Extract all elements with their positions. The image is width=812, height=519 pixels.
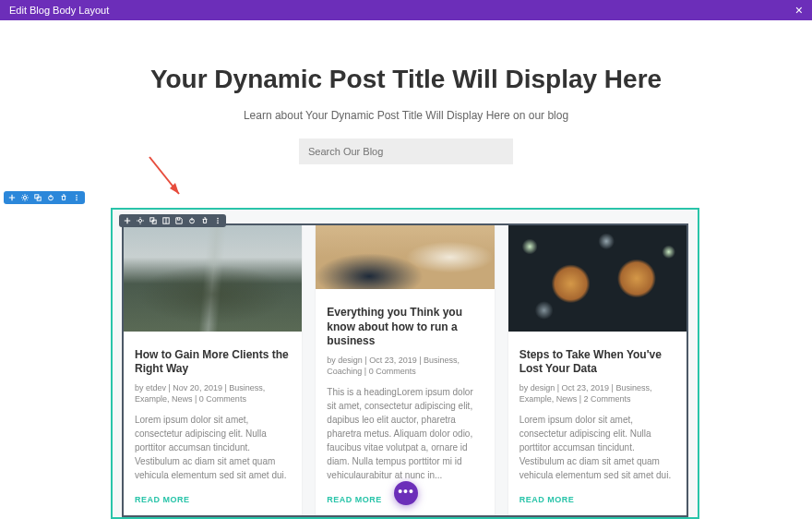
module-toolbar[interactable] [119, 214, 226, 227]
more-icon[interactable] [73, 194, 80, 201]
columns-icon[interactable] [162, 217, 170, 224]
power-icon[interactable] [188, 217, 196, 224]
editor-topbar: Edit Blog Body Layout × [0, 0, 812, 20]
svg-point-18 [217, 220, 219, 222]
section-toolbar[interactable] [4, 191, 85, 204]
post-image [508, 225, 687, 332]
read-more-link[interactable]: READ MORE [135, 495, 291, 504]
post-card[interactable]: Steps to Take When You've Lost Your Data… [508, 225, 687, 515]
svg-point-17 [217, 218, 219, 220]
svg-point-8 [76, 197, 78, 199]
post-card[interactable]: How to Gain More Clients the Right Way b… [124, 225, 302, 515]
post-title[interactable]: Everything you Think you know about how … [327, 306, 483, 349]
svg-marker-1 [170, 183, 179, 194]
gear-icon[interactable] [137, 217, 144, 224]
post-meta: by design | Oct 23, 2019 | Business, Coa… [327, 355, 483, 378]
page-header: Your Dynamic Post Title Will Display Her… [0, 20, 812, 164]
post-body: Steps to Take When You've Lost Your Data… [508, 332, 687, 515]
blog-module[interactable]: How to Gain More Clients the Right Way b… [122, 223, 688, 517]
svg-point-7 [76, 195, 78, 197]
post-meta: by design | Oct 23, 2019 | Business, Exa… [519, 382, 675, 405]
post-card[interactable]: Everything you Think you know about how … [316, 225, 494, 515]
more-icon[interactable] [214, 217, 221, 224]
svg-point-9 [76, 199, 78, 201]
trash-icon[interactable] [60, 194, 67, 201]
post-title[interactable]: Steps to Take When You've Lost Your Data [519, 348, 675, 377]
post-excerpt: This is a headingLorem ipsum dolor sit a… [327, 385, 483, 482]
post-excerpt: Lorem ipsum dolor sit amet, consectetur … [519, 413, 675, 482]
post-title[interactable]: How to Gain More Clients the Right Way [135, 348, 291, 377]
duplicate-icon[interactable] [34, 194, 42, 201]
topbar-title: Edit Blog Body Layout [9, 5, 109, 16]
row-container[interactable]: How to Gain More Clients the Right Way b… [111, 208, 699, 519]
svg-point-10 [138, 219, 141, 222]
svg-point-19 [217, 223, 219, 224]
add-icon[interactable] [8, 194, 16, 201]
post-excerpt: Lorem ipsum dolor sit amet, consectetur … [135, 413, 291, 482]
builder-fab[interactable]: ••• [394, 481, 418, 505]
gear-icon[interactable] [21, 194, 29, 201]
page-subtitle: Learn about Your Dynamic Post Title Will… [0, 109, 812, 122]
search-wrap [0, 139, 812, 164]
post-image [316, 225, 494, 289]
post-image [124, 225, 302, 332]
trash-icon[interactable] [201, 217, 209, 224]
save-icon[interactable] [175, 217, 183, 224]
add-icon[interactable] [124, 217, 131, 224]
close-icon[interactable]: × [795, 3, 803, 18]
post-body: How to Gain More Clients the Right Way b… [124, 332, 302, 515]
svg-point-2 [23, 196, 26, 199]
read-more-link[interactable]: READ MORE [519, 495, 675, 504]
duplicate-icon[interactable] [149, 217, 157, 224]
power-icon[interactable] [47, 194, 54, 201]
more-icon: ••• [398, 484, 414, 499]
post-meta: by etdev | Nov 20, 2019 | Business, Exam… [135, 382, 291, 405]
search-input[interactable] [299, 139, 513, 164]
page-title: Your Dynamic Post Title Will Display Her… [0, 65, 812, 94]
